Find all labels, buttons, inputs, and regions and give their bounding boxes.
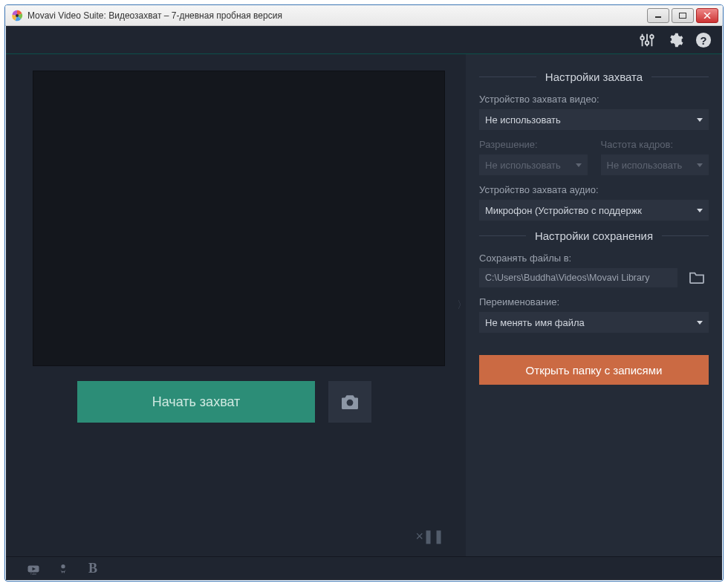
gear-icon[interactable]: [667, 32, 683, 48]
vk-icon[interactable]: B: [86, 562, 100, 576]
open-records-folder-button[interactable]: Открыть папку с записями: [479, 355, 709, 385]
minimize-button[interactable]: [647, 8, 669, 23]
odnoklassniki-icon[interactable]: [56, 562, 70, 576]
top-toolbar: ?: [6, 26, 722, 54]
pane-splitter[interactable]: 〉: [458, 54, 466, 556]
youtube-icon[interactable]: Tube: [27, 562, 40, 576]
camera-icon: [339, 394, 360, 410]
audio-device-label: Устройство захвата аудио:: [479, 184, 709, 195]
resolution-label: Разрешение:: [479, 139, 588, 150]
content-area: Начать захват ×❚❚ 〉 Настройки захвата Ус…: [6, 54, 722, 556]
fps-select[interactable]: Не использовать: [601, 154, 709, 175]
help-icon[interactable]: ?: [695, 32, 712, 48]
svg-rect-2: [655, 16, 661, 18]
svg-point-12: [61, 564, 65, 568]
resolution-select[interactable]: Не использовать: [479, 154, 588, 175]
close-button[interactable]: [696, 8, 718, 23]
equalizer-icon[interactable]: [639, 32, 655, 48]
video-device-select[interactable]: Не использовать: [479, 109, 709, 130]
browse-folder-button[interactable]: [685, 268, 709, 287]
audio-device-select[interactable]: Микрофон (Устройство с поддержк: [479, 200, 709, 221]
fps-label: Частота кадров:: [601, 139, 709, 150]
folder-icon: [689, 271, 705, 284]
svg-text:Tube: Tube: [30, 572, 36, 575]
right-pane: Настройки захвата Устройство захвата вид…: [466, 54, 722, 556]
svg-point-4: [640, 36, 644, 39]
svg-text:?: ?: [701, 34, 707, 46]
window-title: Movavi Video Suite: Видеозахват – 7-днев…: [27, 10, 647, 21]
svg-point-6: [650, 35, 654, 39]
maximize-button[interactable]: [672, 8, 694, 23]
rename-label: Переименование:: [479, 296, 709, 307]
svg-point-1: [16, 14, 19, 17]
pause-indicator-icon: ×❚❚: [415, 528, 443, 544]
left-pane: Начать захват ×❚❚: [6, 54, 458, 556]
snapshot-button[interactable]: [328, 381, 371, 423]
window-frame: Movavi Video Suite: Видеозахват – 7-днев…: [4, 4, 724, 582]
footer-bar: Tube B: [6, 556, 722, 580]
svg-point-9: [347, 400, 354, 406]
app-body: ? Начать захват ×❚❚ 〉: [6, 26, 722, 580]
video-device-label: Устройство захвата видео:: [479, 94, 709, 105]
start-capture-button[interactable]: Начать захват: [77, 381, 315, 423]
save-to-label: Сохранять файлы в:: [479, 253, 709, 264]
svg-point-5: [646, 41, 649, 45]
title-bar[interactable]: Movavi Video Suite: Видеозахват – 7-днев…: [5, 5, 723, 26]
capture-settings-heading: Настройки захвата: [479, 71, 709, 83]
rename-select[interactable]: Не менять имя файла: [479, 312, 709, 333]
svg-rect-3: [680, 13, 686, 18]
app-icon: [11, 10, 23, 22]
preview-area: [33, 71, 445, 366]
save-settings-heading: Настройки сохранения: [479, 229, 709, 242]
save-path-field[interactable]: C:\Users\Buddha\Videos\Movavi Library: [479, 268, 677, 287]
